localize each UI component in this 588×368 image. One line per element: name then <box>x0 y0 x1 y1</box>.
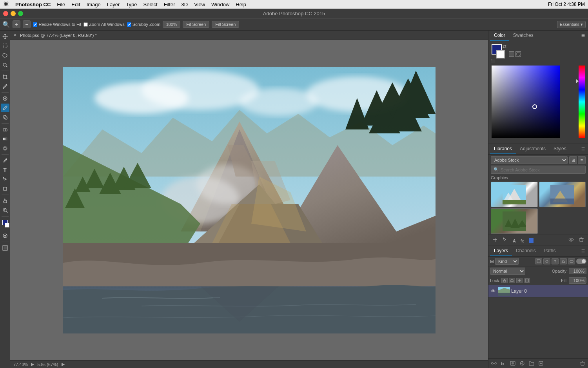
canvas-container[interactable] <box>10 40 488 360</box>
swap-colors-btn[interactable]: ⇄ <box>503 44 506 49</box>
workspace-dropdown[interactable]: Essentials ▾ <box>557 21 586 28</box>
blend-mode-select[interactable]: Normal <box>490 268 525 275</box>
color-spectrum-box[interactable] <box>492 66 560 138</box>
lasso-tool[interactable] <box>1 51 9 60</box>
graphic-thumb-1[interactable] <box>491 182 538 207</box>
menu-help[interactable]: Help <box>236 2 246 7</box>
pen-tool[interactable] <box>1 156 9 165</box>
menu-select[interactable]: Select <box>143 2 157 7</box>
list-view-btn[interactable]: ≡ <box>578 156 586 164</box>
status-arrow[interactable]: ▶ <box>62 362 65 367</box>
fill-screen-button[interactable]: Fill Screen <box>212 21 239 28</box>
blue-square-btn[interactable] <box>527 237 535 244</box>
brush-tool[interactable] <box>1 104 9 112</box>
add-adjustment-btn[interactable] <box>518 360 526 367</box>
eyedropper-tool[interactable] <box>1 82 9 91</box>
shape-tool[interactable] <box>1 184 9 193</box>
filter-adj-btn[interactable] <box>543 258 550 264</box>
type-tool[interactable]: T <box>1 166 9 174</box>
add-group-btn[interactable] <box>528 360 535 367</box>
menu-3d[interactable]: 3D <box>181 2 188 7</box>
quick-select-tool[interactable] <box>1 60 9 69</box>
apple-menu[interactable]: ⌘ <box>3 1 9 8</box>
hand-tool[interactable] <box>1 197 9 205</box>
tab-swatches[interactable]: Swatches <box>509 31 537 41</box>
crop-tool[interactable] <box>1 73 9 81</box>
filter-kind-select[interactable]: Kind <box>495 258 519 265</box>
fx-asset-btn[interactable]: fx <box>519 237 526 244</box>
filter-type-btn[interactable]: T <box>552 258 559 264</box>
menu-edit[interactable]: Edit <box>71 2 80 7</box>
shape-rect-icon[interactable] <box>509 51 514 57</box>
add-layer-style-btn[interactable]: fx <box>499 360 507 367</box>
lock-all-btn[interactable] <box>524 278 530 283</box>
layer-visibility-btn[interactable]: 👁 <box>490 288 496 294</box>
menu-type[interactable]: Type <box>126 2 137 7</box>
expand-arrow[interactable]: ▶ <box>31 362 34 367</box>
lock-image-btn[interactable] <box>509 278 515 283</box>
background-swatch[interactable] <box>496 50 505 58</box>
marquee-tool[interactable] <box>1 42 9 50</box>
zoom-in-button[interactable]: + <box>13 20 20 28</box>
zoom-all-checkbox[interactable] <box>83 22 88 27</box>
grid-view-btn[interactable]: ⊞ <box>569 156 577 164</box>
shape-circle-icon[interactable] <box>515 51 521 57</box>
menu-file[interactable]: File <box>57 2 65 7</box>
clone-tool[interactable] <box>1 113 9 122</box>
link-layers-btn[interactable] <box>490 360 498 367</box>
zoom-out-button[interactable]: − <box>23 20 31 28</box>
blur-tool[interactable] <box>1 144 9 153</box>
filter-shape-btn[interactable] <box>560 258 567 264</box>
add-to-library-btn[interactable] <box>491 236 499 244</box>
delete-layer-btn[interactable] <box>579 360 586 367</box>
hue-strip[interactable] <box>579 66 585 138</box>
move-tool[interactable] <box>1 32 9 41</box>
stock-search-input[interactable] <box>501 168 583 172</box>
graphic-thumb-2[interactable] <box>539 182 586 207</box>
bg-color-toolbar[interactable] <box>5 223 9 228</box>
quick-mask-tool[interactable] <box>1 231 9 240</box>
color-panel-menu-btn[interactable]: ≡ <box>580 32 586 39</box>
menu-view[interactable]: View <box>194 2 205 7</box>
menu-window[interactable]: Window <box>211 2 229 7</box>
tab-color[interactable]: Color <box>490 31 509 41</box>
gradient-tool[interactable] <box>1 135 9 143</box>
adobe-stock-select[interactable]: Adobe Stock <box>491 156 568 164</box>
filter-toggle[interactable] <box>576 259 586 264</box>
tab-channels[interactable]: Channels <box>512 246 540 256</box>
layers-panel-menu-btn[interactable]: ≡ <box>580 248 586 255</box>
tab-layers[interactable]: Layers <box>490 246 512 256</box>
tab-libraries[interactable]: Libraries <box>490 144 516 154</box>
zoom-percent-input[interactable] <box>163 21 180 28</box>
lock-transparent-btn[interactable] <box>501 278 508 283</box>
new-layer-btn[interactable] <box>537 360 545 367</box>
tab-paths[interactable]: Paths <box>540 246 560 256</box>
layer-item[interactable]: 👁 Layer 0 <box>488 285 588 297</box>
healing-tool[interactable] <box>1 94 9 103</box>
graphic-thumb-3[interactable] <box>491 208 538 234</box>
eye-asset-btn[interactable] <box>567 236 575 244</box>
menu-filter[interactable]: Filter <box>164 2 175 7</box>
add-mask-btn[interactable] <box>509 360 517 367</box>
libraries-panel-menu-btn[interactable]: ≡ <box>580 146 586 153</box>
close-button[interactable] <box>3 11 8 16</box>
app-name[interactable]: Photoshop CC <box>15 2 51 7</box>
tab-adjustments[interactable]: Adjustments <box>516 144 550 154</box>
filter-smart-btn[interactable] <box>568 258 575 264</box>
path-select-tool[interactable] <box>1 175 9 184</box>
type-asset-btn[interactable]: A <box>511 237 517 244</box>
eraser-tool[interactable] <box>1 125 9 134</box>
scrubby-zoom-checkbox[interactable] <box>127 22 131 27</box>
filter-pixel-btn[interactable] <box>535 258 542 264</box>
zoom-tool[interactable] <box>1 206 9 215</box>
filter-icon[interactable]: ⊟ <box>490 259 494 264</box>
doc-tab-close-btn[interactable]: ✕ <box>13 33 17 38</box>
resize-windows-checkbox[interactable] <box>33 22 37 27</box>
default-colors-btn[interactable]: ⬛ <box>491 59 495 63</box>
tab-styles[interactable]: Styles <box>550 144 570 154</box>
menu-image[interactable]: Image <box>87 2 101 7</box>
screen-mode-tool[interactable] <box>1 244 9 252</box>
lock-position-btn[interactable] <box>516 278 523 283</box>
menu-layer[interactable]: Layer <box>107 2 120 7</box>
fill-input[interactable] <box>569 277 586 284</box>
